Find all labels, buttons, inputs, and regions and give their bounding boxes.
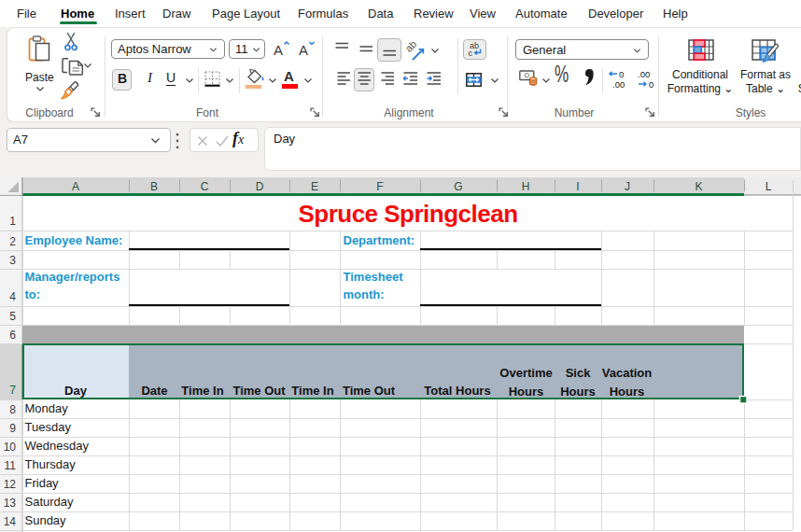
svg-text:Sick: Sick [566, 366, 592, 380]
svg-text:D: D [256, 180, 264, 193]
svg-text:Time Out: Time Out [232, 384, 286, 398]
svg-text:12: 12 [4, 478, 17, 491]
svg-text:Time Out: Time Out [343, 384, 396, 398]
svg-text:Monday: Monday [25, 401, 69, 415]
svg-text:I: I [576, 180, 579, 193]
svg-text:Spruce Springclean: Spruce Springclean [298, 200, 517, 228]
svg-text:Sunday: Sunday [25, 513, 67, 527]
svg-text:Friday: Friday [25, 476, 60, 490]
svg-text:Hours: Hours [610, 385, 645, 399]
svg-text:Hours: Hours [509, 385, 544, 399]
svg-text:month:: month: [344, 287, 385, 301]
svg-text:Manager/reports: Manager/reports [25, 270, 120, 284]
svg-text:0: 0 [649, 79, 653, 90]
svg-text:1: 1 [9, 215, 16, 228]
svg-text:F: F [376, 180, 383, 193]
svg-text:Hours: Hours [560, 385, 596, 399]
svg-text:ab: ab [405, 40, 419, 54]
svg-text:H: H [522, 180, 530, 193]
svg-text:9: 9 [9, 422, 16, 435]
svg-text:C: C [201, 180, 209, 193]
svg-text:Time In: Time In [291, 384, 333, 398]
svg-text:c: c [469, 49, 473, 58]
svg-text:Vacation: Vacation [602, 366, 653, 380]
svg-text:3: 3 [9, 254, 16, 267]
svg-text:Timesheet: Timesheet [344, 270, 404, 284]
svg-text:Day: Day [64, 384, 88, 398]
svg-text:J: J [625, 180, 630, 193]
svg-text:.00: .00 [612, 79, 625, 90]
svg-text:.00: .00 [638, 69, 650, 79]
svg-text:E: E [311, 180, 318, 193]
svg-text:Thursday: Thursday [25, 457, 77, 471]
svg-text:Department:: Department: [344, 233, 415, 247]
svg-text:6: 6 [9, 329, 16, 342]
svg-text:to:: to: [25, 287, 41, 301]
svg-text:Tuesday: Tuesday [25, 420, 72, 434]
svg-text:2: 2 [9, 235, 16, 248]
svg-text:Wednesday: Wednesday [25, 439, 90, 453]
svg-text:Saturday: Saturday [25, 495, 75, 509]
svg-text:A: A [299, 42, 308, 58]
svg-text:A: A [72, 180, 79, 193]
svg-text:13: 13 [4, 497, 17, 510]
svg-text:Time In: Time In [181, 384, 223, 398]
svg-text:10: 10 [4, 441, 17, 454]
svg-text:Date: Date [141, 384, 167, 398]
svg-text:4: 4 [9, 290, 16, 303]
svg-text:K: K [695, 180, 702, 193]
svg-text:5: 5 [9, 310, 16, 323]
svg-text:Overtime: Overtime [499, 366, 552, 380]
svg-text:L: L [766, 180, 772, 193]
svg-text:G: G [454, 180, 462, 193]
svg-text:B: B [150, 180, 158, 193]
svg-text:14: 14 [4, 515, 17, 528]
svg-text:0: 0 [619, 69, 624, 79]
svg-text:11: 11 [5, 459, 17, 472]
svg-text:7: 7 [9, 384, 16, 397]
svg-text:8: 8 [9, 403, 16, 416]
svg-text:A: A [274, 42, 283, 58]
svg-text:Employee Name:: Employee Name: [25, 233, 123, 247]
svg-text:Total Hours: Total Hours [424, 384, 490, 398]
